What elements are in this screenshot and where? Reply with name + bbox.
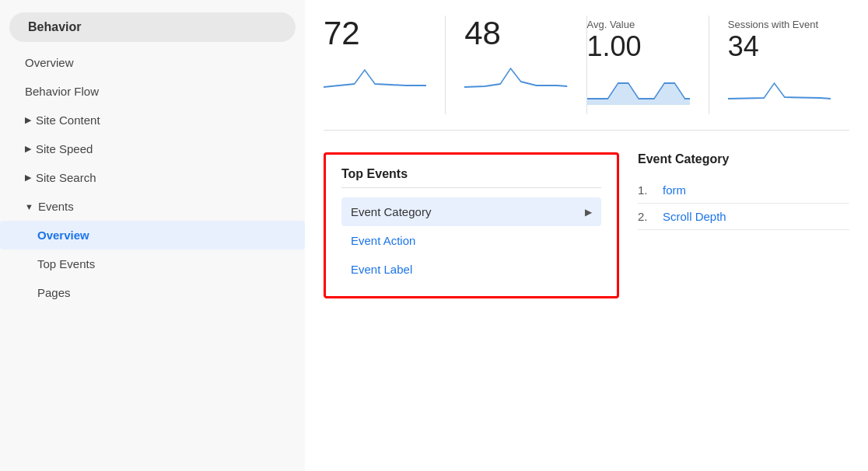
- sidebar-item-top-events[interactable]: Top Events: [0, 249, 305, 278]
- metric-block-4: Sessions with Event 34: [709, 16, 849, 114]
- event-category-name-scroll-depth[interactable]: Scroll Depth: [663, 210, 726, 223]
- sidebar-item-label: Site Search: [36, 171, 96, 184]
- metric-value-1: 72: [324, 16, 426, 51]
- sidebar-item-pages[interactable]: Pages: [0, 278, 305, 307]
- arrow-icon: ▶: [25, 115, 31, 125]
- top-events-item-event-label[interactable]: Event Label: [341, 255, 601, 284]
- event-category-name-form[interactable]: form: [663, 183, 686, 197]
- svg-marker-0: [587, 83, 690, 105]
- mini-chart-3: [587, 66, 690, 105]
- metric-label-3: Avg. Value: [587, 19, 690, 30]
- arrow-down-icon: ▼: [25, 202, 33, 211]
- event-category-title: Event Category: [638, 152, 849, 166]
- sidebar-item-label: Events: [38, 200, 74, 213]
- sidebar: Behavior Overview Behavior Flow ▶ Site C…: [0, 0, 305, 471]
- sidebar-item-events[interactable]: ▼ Events: [0, 192, 305, 221]
- sidebar-item-label: Pages: [37, 286, 71, 299]
- sidebar-item-site-search[interactable]: ▶ Site Search: [0, 163, 305, 192]
- chevron-right-icon: ▶: [585, 207, 592, 218]
- sidebar-item-site-content[interactable]: ▶ Site Content: [0, 106, 305, 134]
- bottom-row: Top Events Event Category ▶ Event Action…: [324, 152, 849, 298]
- sidebar-item-overview[interactable]: Overview: [0, 48, 305, 77]
- mini-chart-1: [324, 54, 426, 93]
- sidebar-item-label: Site Speed: [36, 142, 93, 155]
- top-events-title: Top Events: [341, 167, 601, 188]
- sidebar-item-label: Site Content: [36, 113, 100, 127]
- sidebar-item-label: Overview: [25, 56, 74, 69]
- metric-block-2: 48: [446, 16, 586, 114]
- metric-block-1: 72: [324, 16, 446, 114]
- event-category-item-2: 2. Scroll Depth: [638, 204, 849, 230]
- event-category-panel: Event Category 1. form 2. Scroll Depth: [638, 152, 849, 230]
- event-category-num: 2.: [638, 210, 656, 223]
- top-events-item-event-category[interactable]: Event Category ▶: [341, 197, 601, 226]
- metric-value-2: 48: [464, 16, 567, 51]
- top-events-item-label: Event Action: [351, 234, 415, 247]
- event-category-num: 1.: [638, 183, 656, 197]
- sidebar-item-site-speed[interactable]: ▶ Site Speed: [0, 134, 305, 163]
- top-events-box: Top Events Event Category ▶ Event Action…: [324, 152, 619, 298]
- main-content: 72 48 Avg. Value 1.00: [305, 0, 868, 471]
- sidebar-item-label: Behavior Flow: [25, 85, 99, 98]
- metric-value-4: 34: [728, 30, 831, 63]
- mini-chart-4: [728, 66, 831, 105]
- metric-label-4: Sessions with Event: [728, 19, 831, 30]
- event-category-item-1: 1. form: [638, 177, 849, 204]
- sidebar-item-events-overview[interactable]: Overview: [0, 221, 305, 249]
- sidebar-section-behavior: Behavior: [9, 12, 296, 42]
- arrow-icon: ▶: [25, 144, 31, 154]
- sidebar-item-label: Top Events: [37, 257, 95, 270]
- metric-value-3: 1.00: [587, 30, 690, 63]
- metric-block-3: Avg. Value 1.00: [587, 16, 709, 114]
- mini-chart-2: [464, 54, 567, 93]
- top-events-item-event-action[interactable]: Event Action: [341, 226, 601, 255]
- top-events-item-label: Event Label: [351, 263, 412, 276]
- sidebar-item-label: Overview: [37, 229, 89, 242]
- sidebar-item-behavior-flow[interactable]: Behavior Flow: [0, 77, 305, 106]
- top-events-item-label: Event Category: [351, 205, 431, 218]
- metrics-row: 72 48 Avg. Value 1.00: [324, 16, 849, 131]
- arrow-icon: ▶: [25, 173, 31, 183]
